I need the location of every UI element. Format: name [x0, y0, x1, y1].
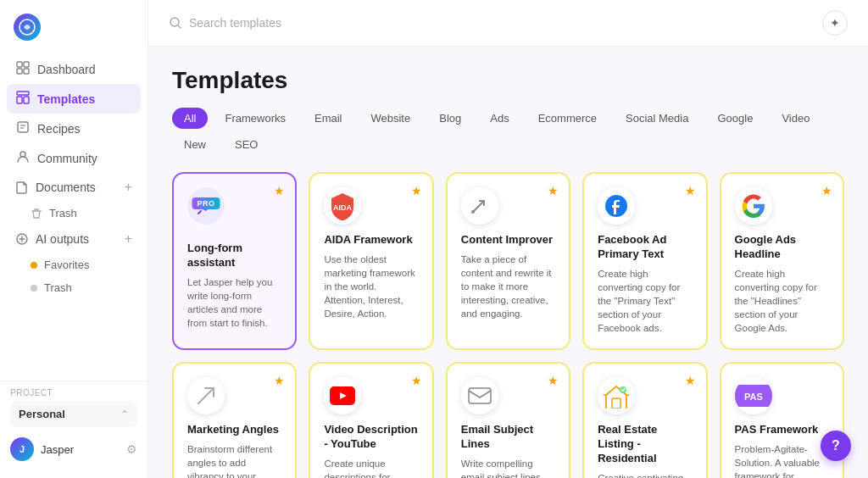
tab-social-media[interactable]: Social Media [614, 108, 700, 129]
card-desc-pas: Problem-Agitate-Solution. A valuable fra… [735, 442, 829, 478]
svg-rect-18 [469, 388, 491, 403]
sidebar-item-favorites[interactable]: Favorites [7, 253, 141, 276]
sidebar-item-trash-1[interactable]: Trash [7, 202, 141, 225]
card-video-description[interactable]: ★ Video Description - YouTube Create uni… [309, 362, 433, 478]
svg-rect-19 [612, 398, 620, 409]
project-name: Personal [19, 408, 65, 420]
card-icon-facebook [598, 187, 635, 225]
card-email-subject[interactable]: ★ Email Subject Lines Write compelling e… [446, 362, 570, 478]
star-icon: ★ [821, 184, 832, 197]
card-title-long-form: Long-form assistant [187, 242, 281, 270]
card-real-estate[interactable]: ★ Real Estate Listing - Residential Crea… [582, 362, 707, 478]
search-icon [169, 16, 182, 30]
card-desc-real-estate: Creative captivating real estate listing… [598, 471, 692, 478]
settings-icon[interactable]: ⚙ [126, 442, 137, 456]
svg-rect-6 [17, 97, 22, 103]
card-desc-email-subject: Write compelling email subject lines tha… [461, 457, 555, 478]
cards-grid: ★ PRO Long-form assistant Let Jasper hel… [172, 172, 844, 478]
sidebar-item-community[interactable]: Community [7, 143, 141, 173]
svg-rect-3 [17, 69, 22, 74]
card-title-video-description: Video Description - YouTube [324, 423, 418, 452]
tab-ecommerce[interactable]: Ecommerce [526, 108, 609, 129]
sidebar-ai-outputs-section[interactable]: AI outputs + [7, 225, 141, 253]
card-icon-pas: PAS [735, 377, 772, 414]
tab-google[interactable]: Google [705, 108, 765, 129]
page-title: Templates [172, 67, 844, 94]
card-google-ads[interactable]: ★ Google Ads Headline Create high conver… [720, 172, 844, 350]
tab-ads[interactable]: Ads [478, 108, 520, 129]
card-title-marketing-angles: Marketing Angles [187, 423, 281, 437]
card-icon-email-subject [461, 377, 498, 414]
ai-outputs-label: AI outputs [36, 232, 89, 246]
svg-point-11 [20, 152, 25, 157]
svg-rect-2 [24, 62, 29, 67]
card-icon-marketing-angles [187, 377, 225, 414]
svg-point-15 [471, 210, 475, 214]
svg-text:PAS: PAS [744, 392, 763, 402]
svg-rect-8 [18, 122, 28, 132]
add-document-icon[interactable]: + [125, 180, 132, 195]
card-long-form[interactable]: ★ PRO Long-form assistant Let Jasper hel… [172, 172, 297, 350]
star-icon: ★ [274, 374, 285, 387]
star-icon: ★ [274, 184, 285, 197]
tab-blog[interactable]: Blog [427, 108, 473, 129]
templates-icon [15, 91, 31, 107]
card-icon-google [735, 187, 772, 225]
sidebar-item-dashboard-label: Dashboard [37, 63, 96, 76]
tab-new[interactable]: New [172, 134, 218, 155]
card-title-aida: AIDA Framework [324, 233, 418, 247]
card-desc-google-ads: Create high converting copy for the "Hea… [735, 267, 829, 335]
ai-outputs-icon [15, 232, 29, 246]
svg-rect-7 [24, 97, 29, 103]
card-desc-video-description: Create unique descriptions for Youtube v… [324, 457, 418, 478]
community-icon [15, 150, 31, 166]
svg-rect-4 [24, 69, 29, 74]
sidebar-item-community-label: Community [37, 152, 97, 165]
search-input[interactable] [189, 16, 822, 30]
card-title-pas: PAS Framework [735, 423, 829, 437]
trash-icon [31, 208, 42, 220]
project-selector[interactable]: Personal ⌃ [10, 401, 137, 427]
tab-all[interactable]: All [172, 108, 208, 129]
sidebar-item-recipes-label: Recipes [37, 122, 81, 136]
card-title-facebook-ad: Facebook Ad Primary Text [598, 233, 692, 262]
user-name-label: Jasper [41, 443, 126, 456]
sidebar-item-templates[interactable]: Templates [7, 84, 141, 114]
card-icon-aida: AIDA [324, 187, 361, 225]
tab-frameworks[interactable]: Frameworks [213, 108, 298, 129]
star-icon: ★ [411, 184, 422, 197]
card-pas[interactable]: PAS PAS Framework Problem-Agitate-Soluti… [720, 362, 844, 478]
card-icon-content-improver [461, 187, 498, 225]
documents-label: Documents [36, 181, 96, 194]
user-avatar: J [10, 437, 34, 461]
star-icon: ★ [685, 184, 696, 197]
add-ai-output-icon[interactable]: + [125, 231, 132, 247]
help-button[interactable]: ? [821, 431, 851, 461]
card-title-content-improver: Content Improver [461, 233, 555, 247]
sidebar-documents-section[interactable]: Documents + [7, 173, 141, 202]
filter-tabs: All Frameworks Email Website Blog Ads Ec… [172, 108, 844, 155]
star-icon: ★ [411, 374, 422, 387]
card-aida[interactable]: ★ AIDA AIDA Framework Use the oldest mar… [309, 172, 433, 350]
star-icon: ★ [548, 184, 559, 197]
tab-seo[interactable]: SEO [223, 134, 270, 155]
card-marketing-angles[interactable]: ★ Marketing Angles Brainstorm different … [172, 362, 297, 478]
main-content: ✦ Templates All Frameworks Email Website… [148, 0, 868, 478]
card-content-improver[interactable]: ★ Content Improver Take a piece of conte… [446, 172, 570, 350]
project-section-label: PROJECT [10, 388, 137, 397]
tab-website[interactable]: Website [359, 108, 422, 129]
pro-badge: PRO [192, 197, 220, 209]
sparkle-button[interactable]: ✦ [822, 10, 848, 36]
card-facebook-ad[interactable]: ★ Facebook Ad Primary Text Create high c… [582, 172, 707, 350]
sidebar-item-recipes[interactable]: Recipes [7, 114, 141, 143]
sidebar-item-dashboard[interactable]: Dashboard [7, 54, 141, 84]
sidebar-item-trash-2[interactable]: Trash [7, 276, 141, 299]
card-desc-long-form: Let Jasper help you write long-form arti… [187, 275, 281, 330]
tab-video[interactable]: Video [770, 108, 821, 129]
star-icon: ★ [685, 374, 696, 387]
sidebar-footer: PROJECT Personal ⌃ J Jasper ⚙ [0, 381, 147, 471]
svg-text:AIDA: AIDA [333, 203, 352, 212]
card-desc-marketing-angles: Brainstorm different angles to add vibra… [187, 442, 281, 478]
sidebar-item-templates-label: Templates [37, 92, 95, 106]
tab-email[interactable]: Email [303, 108, 354, 129]
